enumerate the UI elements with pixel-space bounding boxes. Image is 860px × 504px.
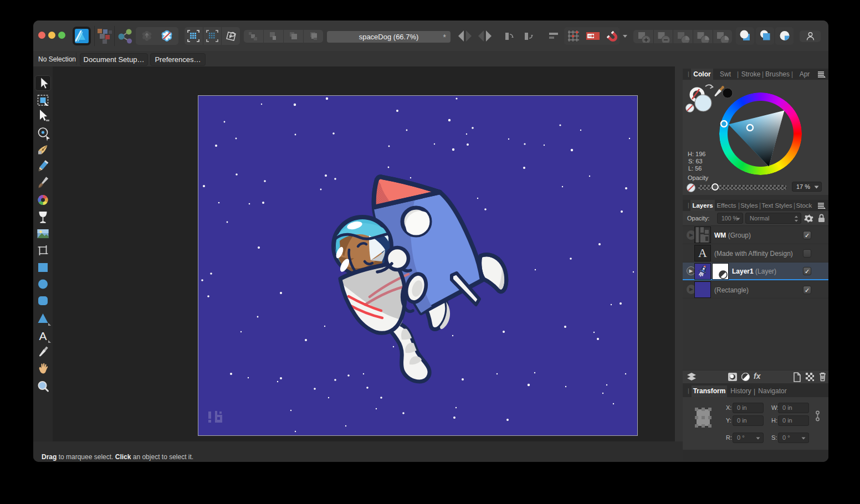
svg-text:A: A (39, 330, 47, 342)
